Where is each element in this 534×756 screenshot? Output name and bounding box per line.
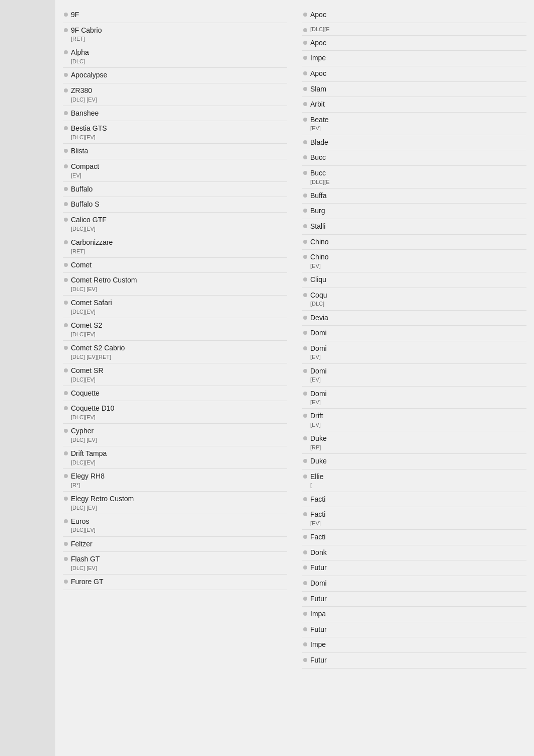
vehicle-dot [303,13,307,17]
vehicle-tags: [DLC] [EV] [71,564,286,572]
list-item[interactable]: Elegy RH8[R*] [63,469,287,492]
list-item[interactable]: Burg [302,204,526,219]
list-item[interactable]: Buffalo [63,182,287,198]
vehicle-tags: [EV] [310,376,525,383]
vehicle-name: Comet Retro Custom [71,275,286,286]
vehicle-tags: [DLC][EV] [71,414,286,421]
list-item[interactable]: Carbonizzare[RET] [63,235,287,258]
list-item[interactable]: 9F Cabrio[RET] [63,23,287,46]
vehicle-name: Coquette D10 [71,404,286,414]
list-item[interactable]: Futur [302,653,526,669]
vehicle-dot [303,497,307,501]
list-item[interactable]: Stalli [302,219,526,235]
list-item[interactable]: Compact[EV] [63,159,287,182]
list-item[interactable]: Buffalo S [63,197,287,213]
list-item[interactable]: Domi [302,326,526,341]
list-item[interactable]: Apocalypse [63,68,287,83]
list-item[interactable]: Impa [302,607,526,622]
vehicle-tags: [DLC][EV] [71,459,286,466]
vehicle-dot [303,535,307,539]
vehicle-name: Futur [310,594,525,604]
right-column: Apoc[DLC][EApocImpeApocSlamArbitBeate[EV… [295,5,534,751]
vehicle-name: Buffa [310,191,525,201]
list-item[interactable]: Futur [302,622,526,638]
list-item[interactable]: Arbit [302,97,526,113]
list-item[interactable]: Impe [302,637,526,653]
vehicle-name: Coqu [310,291,525,301]
list-item[interactable]: ZR380[DLC] [EV] [63,83,287,106]
list-item[interactable]: Duke [302,454,526,469]
list-item[interactable]: Domi[EV] [302,364,526,387]
list-item[interactable]: Ellie[ [302,469,526,492]
list-item[interactable]: Domi[EV] [302,341,526,364]
list-item[interactable]: Euros[DLC][EV] [63,514,287,537]
vehicle-name: Devia [310,313,525,323]
vehicle-dot [64,263,68,267]
vehicle-tags: [DLC] [310,300,525,307]
list-item[interactable]: Apoc [302,36,526,51]
list-item[interactable]: Bucc[DLC][E [302,166,526,188]
list-item[interactable]: Slam [302,82,526,98]
list-item[interactable]: Coquette [63,386,287,402]
vehicle-name: Domi [310,579,525,589]
vehicle-tags: [DLC][EV] [71,376,286,383]
list-item[interactable]: Futur [302,592,526,607]
vehicle-dot [64,218,68,222]
list-item[interactable]: Elegy Retro Custom[DLC] [EV] [63,492,287,514]
list-item[interactable]: Feltzer [63,537,287,552]
list-item[interactable]: Chino[EV] [302,250,526,272]
list-item[interactable]: Apoc [302,66,526,82]
list-item[interactable]: Comet [63,258,287,273]
vehicle-tags: [ [310,482,525,489]
vehicle-dot [64,301,68,305]
list-item[interactable]: Comet Retro Custom[DLC] [EV] [63,273,287,296]
list-item[interactable]: Domi [302,576,526,592]
list-item[interactable]: Facti[EV] [302,507,526,530]
list-item[interactable]: [DLC][E [302,23,526,36]
list-item[interactable]: Cypher[DLC] [EV] [63,424,287,446]
list-item[interactable]: Flash GT[DLC] [EV] [63,552,287,575]
vehicle-dot [303,255,307,259]
list-item[interactable]: Impe [302,51,526,66]
list-item[interactable]: Cliqu [302,272,526,288]
list-item[interactable]: Calico GTF[DLC][EV] [63,213,287,235]
list-item[interactable]: Comet SR[DLC][EV] [63,363,287,386]
vehicle-dot [64,580,68,584]
vehicle-name: Arbit [310,100,525,110]
list-item[interactable]: Donk [302,545,526,561]
list-item[interactable]: Banshee [63,106,287,122]
list-item[interactable]: Chino [302,235,526,250]
list-item[interactable]: Facti [302,530,526,545]
list-item[interactable]: 9F [63,8,287,23]
list-item[interactable]: Beate[EV] [302,113,526,135]
list-item[interactable]: Comet Safari[DLC][EV] [63,296,287,318]
list-item[interactable]: Comet S2 Cabrio[DLC] [EV][RET] [63,341,287,363]
list-item[interactable]: Bestia GTS[DLC][EV] [63,121,287,144]
vehicle-name: 9F [71,10,286,20]
list-item[interactable]: Facti [302,492,526,508]
list-item[interactable]: Bucc [302,150,526,166]
list-item[interactable]: Devia [302,311,526,326]
vehicle-dot [303,102,307,106]
list-item[interactable]: Coqu[DLC] [302,288,526,311]
list-item[interactable]: Coquette D10[DLC][EV] [63,401,287,424]
vehicle-name: Futur [310,563,525,573]
list-item[interactable]: Blade [302,135,526,151]
list-item[interactable]: Apoc [302,8,526,23]
list-item[interactable]: Blista [63,144,287,159]
list-item[interactable]: Comet S2[DLC][EV] [63,318,287,341]
list-item[interactable]: Buffa [302,188,526,204]
vehicle-name: Burg [310,206,525,216]
list-item[interactable]: Drift Tampa[DLC][EV] [63,446,287,469]
vehicle-name: Futur [310,655,525,666]
vehicle-dot [303,369,307,373]
list-item[interactable]: Futur [302,560,526,576]
vehicle-dot [64,240,68,244]
list-item[interactable]: Furore GT [63,575,287,590]
vehicle-dot [64,346,68,350]
list-item[interactable]: Domi[EV] [302,387,526,409]
list-item[interactable]: Duke[RP] [302,431,526,454]
list-item[interactable]: Alpha[DLC] [63,45,287,68]
list-item[interactable]: Drift[EV] [302,409,526,431]
vehicle-dot [64,88,68,92]
